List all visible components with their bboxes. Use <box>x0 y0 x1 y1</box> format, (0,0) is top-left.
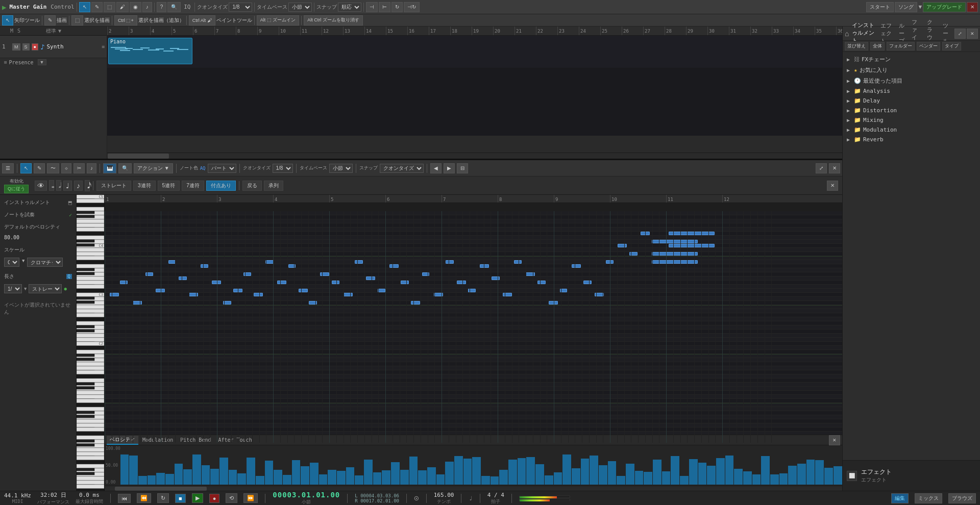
transport-prev-btn[interactable]: ⏪ <box>137 493 151 503</box>
vel-bar[interactable] <box>698 463 707 485</box>
tree-item-fxchain[interactable]: ▶ ⛓ FXチェーン <box>843 54 980 65</box>
vel-bar[interactable] <box>779 473 788 485</box>
pr-note[interactable] <box>265 260 274 264</box>
vel-bar[interactable] <box>192 454 201 485</box>
arr-arrow-tool[interactable]: ↖ <box>2 15 13 26</box>
pr-note[interactable] <box>572 264 581 268</box>
browser-all-btn[interactable]: 全体 <box>870 42 885 50</box>
pr-q-enable-btn[interactable]: Qに従う <box>4 185 29 193</box>
vel-bar[interactable] <box>247 458 255 485</box>
vel-bar[interactable] <box>382 470 390 485</box>
browser-sort-btn[interactable]: 並び替え <box>845 42 868 50</box>
close-btn[interactable]: ✕ <box>967 2 978 12</box>
pr-note[interactable] <box>299 289 308 292</box>
transport-loop2-btn[interactable]: ⟲ <box>226 493 237 503</box>
vel-bar[interactable] <box>707 466 716 485</box>
pr-note[interactable] <box>355 260 363 264</box>
pr-note[interactable] <box>389 264 399 268</box>
pr-piano-btn[interactable]: 🎹 <box>103 163 116 173</box>
tree-item-distortion[interactable]: ▶ 📁 Distortion <box>843 106 980 115</box>
pr-close-btn[interactable]: ✕ <box>829 163 840 173</box>
pr-quantize-select[interactable]: 1/8 <box>273 164 293 173</box>
pr-whole-note-btn[interactable]: 𝅝 <box>49 180 54 191</box>
help-btn[interactable]: ? <box>157 2 167 12</box>
pr-half-note-btn[interactable]: 𝅗𝅥 <box>56 180 61 191</box>
vel-bar[interactable] <box>328 470 336 485</box>
arrangement-tracks[interactable]: 2345678910111213141516171819202122232425… <box>107 27 842 159</box>
arr-zoom-out-tool[interactable]: Alt Ctrl ズームを取り消す <box>304 15 363 26</box>
browser-maximize-btn[interactable]: ⤢ <box>954 29 966 39</box>
pr-length-type-select[interactable]: ストレート <box>29 284 62 293</box>
vel-bar[interactable] <box>806 460 815 485</box>
pr-note[interactable] <box>378 289 385 292</box>
vel-bar[interactable] <box>165 474 174 485</box>
transport-rec-btn[interactable]: ● <box>209 494 220 503</box>
tree-item-favorites[interactable]: ▶ ★ お気に入り <box>843 65 980 75</box>
pr-note[interactable] <box>189 293 198 296</box>
pr-quintuplet-btn[interactable]: 5連符 <box>158 181 180 191</box>
pr-action-btn[interactable]: アクション ▼ <box>134 163 173 173</box>
pr-note[interactable] <box>669 244 715 247</box>
pr-note[interactable] <box>422 272 429 276</box>
pr-apply-q-btn[interactable]: 承列 <box>264 181 283 191</box>
pr-speaker-tool[interactable]: ♪ <box>87 163 96 173</box>
vel-bar[interactable] <box>138 476 147 485</box>
pr-dotted-btn[interactable]: 付点あり <box>206 181 236 191</box>
vel-bar[interactable] <box>834 466 842 485</box>
pr-note[interactable] <box>492 276 500 280</box>
vel-bar[interactable] <box>346 467 355 485</box>
vel-bar[interactable] <box>274 470 282 485</box>
pr-note[interactable] <box>277 281 286 284</box>
vel-bar[interactable] <box>129 456 138 485</box>
pr-scale-key-select[interactable]: C <box>4 258 19 267</box>
pr-length-select[interactable]: 1/1 <box>4 284 22 293</box>
vel-bar[interactable] <box>491 476 499 485</box>
pr-menu-btn[interactable]: ☰ <box>2 163 14 173</box>
pr-note[interactable] <box>366 276 375 280</box>
vel-bar[interactable] <box>472 457 481 485</box>
track-1-rec-btn[interactable]: ● <box>32 43 38 50</box>
browser-vendor-btn[interactable]: ベンダー <box>917 42 940 50</box>
vel-bar[interactable] <box>319 474 328 485</box>
song-btn[interactable]: ソング <box>895 2 917 12</box>
select-tool-btn[interactable]: ⬚ <box>104 2 115 12</box>
pr-note[interactable] <box>503 293 512 296</box>
pr-note[interactable] <box>156 289 165 292</box>
vel-bar[interactable] <box>210 469 219 485</box>
vel-bar[interactable] <box>635 471 644 485</box>
quantize-select[interactable]: 1/81/41/16 <box>229 3 252 12</box>
vel-bar[interactable] <box>148 475 156 485</box>
arr-scroll-h[interactable] <box>107 153 842 159</box>
vel-bar[interactable] <box>256 476 264 485</box>
loop-in-btn[interactable]: ⊣ <box>366 2 378 12</box>
vel-bar[interactable] <box>734 469 743 485</box>
vel-bar[interactable] <box>797 464 806 485</box>
mix-btn[interactable]: ミックス <box>915 493 942 503</box>
pr-note[interactable] <box>332 281 339 284</box>
tree-item-modulation[interactable]: ▶ 📁 Modulation <box>843 125 980 135</box>
pr-note[interactable] <box>618 244 627 247</box>
vel-bar[interactable] <box>409 457 418 485</box>
vel-bar[interactable] <box>671 456 679 485</box>
vel-bar[interactable] <box>761 456 770 485</box>
vel-bar[interactable] <box>301 466 309 485</box>
pr-note[interactable] <box>446 260 454 264</box>
vel-bar[interactable] <box>373 472 382 485</box>
pr-note[interactable] <box>254 293 263 296</box>
vel-bar[interactable] <box>337 471 346 485</box>
track-1-mute-btn[interactable]: M <box>12 43 20 50</box>
arr-zoom-in-tool[interactable]: Alt ⬚ ズームイン <box>257 15 300 26</box>
vel-bar[interactable] <box>743 471 752 485</box>
arrow-tool-btn[interactable]: ↖ <box>79 2 90 12</box>
pr-freehand-tool[interactable]: 〜 <box>47 163 59 173</box>
vel-bar[interactable] <box>788 466 797 485</box>
vel-bar[interactable] <box>229 470 237 485</box>
vel-bar[interactable] <box>292 460 301 485</box>
vel-bar[interactable] <box>617 476 625 485</box>
vel-bar[interactable] <box>481 476 490 485</box>
snap-select[interactable]: 順応 <box>338 3 361 12</box>
arr-scroll-thumb[interactable] <box>108 154 169 159</box>
vel-bar[interactable] <box>626 464 634 485</box>
pr-note[interactable] <box>212 281 221 284</box>
pr-note-color-select[interactable]: パート <box>208 164 236 173</box>
